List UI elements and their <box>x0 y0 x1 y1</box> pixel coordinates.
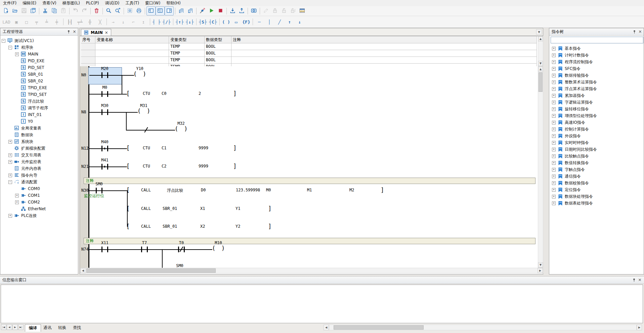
menu-item-window[interactable]: 窗口(W) <box>142 0 163 6</box>
instruction-item-datetime-compare[interactable]: +日期时间比较指令 <box>552 146 597 153</box>
set-coil-button[interactable]: ┤S├ <box>198 18 208 26</box>
ladder-text[interactable]: [ <box>126 90 130 97</box>
down-wire-button[interactable]: ↓ <box>295 18 305 26</box>
expand-icon[interactable]: + <box>552 154 556 158</box>
ladder-coil[interactable]: Y10() <box>125 66 155 80</box>
instruction-item-basic[interactable]: +基本指令 <box>552 45 581 52</box>
instruction-search-input[interactable] <box>551 37 643 43</box>
ladder-text[interactable]: 9999 <box>199 164 208 169</box>
sidebar-item-global-variable-table[interactable]: 全局变量表 <box>8 125 41 132</box>
sidebar-item-com1[interactable]: +COM1 <box>15 192 40 199</box>
close-icon[interactable]: × <box>72 29 77 34</box>
ladder-text[interactable]: M1 <box>307 188 312 192</box>
print-button[interactable] <box>134 6 143 15</box>
ladder-text[interactable]: ] <box>233 90 237 97</box>
sidebar-item-element-monitor-table[interactable]: +元件监控表 <box>8 158 41 165</box>
instruction-item-data-check[interactable]: +数据校验指令 <box>552 180 589 186</box>
ladder-text[interactable]: ] <box>268 223 271 230</box>
sidebar-item-y0[interactable]: IY0 <box>15 118 33 125</box>
expand-icon[interactable]: + <box>552 134 556 138</box>
ladder-contact[interactable]: M30 <box>90 103 120 117</box>
expand-icon[interactable]: + <box>552 175 556 178</box>
sidebar-item-comm-config[interactable]: −通讯配置 <box>8 179 37 185</box>
instruction-item-accumulator[interactable]: +累加器指令 <box>552 92 585 99</box>
sidebar-item-pid-set[interactable]: SPID_SET <box>15 64 44 71</box>
instruction-item-compare-contact[interactable]: +比较触点指令 <box>552 153 589 159</box>
tab-close-icon[interactable]: × <box>105 30 108 35</box>
scroll-right-icon[interactable]: ▶ <box>538 268 543 273</box>
ffunction-button[interactable]: {F} <box>241 18 251 26</box>
table-cell-var_type[interactable]: TEMP <box>169 57 205 64</box>
expand-icon[interactable]: + <box>552 127 556 131</box>
expand-icon[interactable]: + <box>552 74 556 77</box>
close-icon[interactable]: × <box>637 278 642 283</box>
delete-button[interactable] <box>92 6 101 15</box>
expand-icon[interactable]: + <box>552 94 556 98</box>
compile-all-button[interactable] <box>186 6 195 15</box>
table-header-comment[interactable]: 注释 <box>231 36 537 43</box>
instruction-item-value-convert[interactable]: +数值转换指令 <box>552 159 589 166</box>
instruction-item-rotate-shift[interactable]: +旋转移位指令 <box>552 106 589 112</box>
ladder-text[interactable]: 浮点比较 <box>167 188 183 193</box>
collapse-icon[interactable]: − <box>8 46 12 49</box>
expand-icon[interactable]: + <box>552 101 556 104</box>
scroll-up-icon[interactable]: ▲ <box>538 36 543 41</box>
copy-button[interactable] <box>50 6 59 15</box>
scrollbar-thumb[interactable] <box>334 325 424 330</box>
ladder-text[interactable]: D0 <box>201 188 206 192</box>
ladder-text[interactable]: SBR_01 <box>163 224 177 229</box>
expand-icon[interactable]: + <box>552 168 556 172</box>
ladder-vertical-scrollbar[interactable]: ▲ ▼ <box>538 66 543 268</box>
instruction-item-word-logic[interactable]: +字逻辑运算指令 <box>552 99 593 106</box>
next-tab-icon[interactable]: ▶ <box>12 324 18 330</box>
ladder-text[interactable]: Y2 <box>235 224 240 229</box>
menu-item-tools[interactable]: 工具(T) <box>122 0 142 6</box>
close-icon[interactable]: × <box>638 29 643 34</box>
ladder-text[interactable]: CTU <box>143 91 150 96</box>
scroll-right-icon[interactable]: ▶ <box>637 325 642 330</box>
ladder-text[interactable]: [ <box>126 145 130 151</box>
menu-item-plc[interactable]: PLC(P) <box>83 0 102 6</box>
select-region-button[interactable] <box>125 6 134 15</box>
scrollbar-thumb[interactable] <box>86 268 216 273</box>
ladder-text[interactable]: C0 <box>162 91 166 96</box>
scroll-down-icon[interactable]: ▼ <box>538 262 543 267</box>
first-tab-icon[interactable]: |◀ <box>1 324 6 330</box>
show-output-panel-button[interactable] <box>156 6 165 15</box>
ladder-text[interactable]: C2 <box>162 164 166 169</box>
expand-icon[interactable]: + <box>552 148 556 151</box>
ladder-text[interactable]: 2 <box>199 91 201 96</box>
ladder-contact[interactable]: M41↑ <box>90 158 120 171</box>
table-cell-data_type[interactable]: BOOL <box>205 50 231 57</box>
sidebar-item-expansion-module-config[interactable]: 扩展模块配置 <box>8 145 45 152</box>
sidebar-item-element-memory-table[interactable]: 元件内存表 <box>8 165 41 172</box>
ladder-text[interactable]: [ <box>126 163 130 170</box>
ladder-text[interactable]: CTU <box>143 164 150 169</box>
sidebar-item-tpid-set[interactable]: STPID_SET <box>15 91 47 98</box>
output-horizontal-scrollbar[interactable] <box>329 325 637 330</box>
ladder-text[interactable]: CALL <box>141 206 151 211</box>
instruction-item-high-speed-io[interactable]: +高速IO指令 <box>552 119 585 126</box>
expand-icon[interactable]: + <box>8 174 12 177</box>
collapse-icon[interactable]: − <box>8 180 12 184</box>
instruction-item-data-transfer[interactable]: +数据传输指令 <box>552 72 589 79</box>
menu-item-ladder[interactable]: 梯形图(L) <box>59 0 83 6</box>
rising-contact-button[interactable]: ┤↑├ <box>175 18 185 26</box>
run-button[interactable] <box>207 6 216 15</box>
table-header-var_type[interactable]: 变量类型 <box>169 36 205 43</box>
ladder-text[interactable]: ] <box>233 163 237 170</box>
ladder-text[interactable]: X1 <box>200 206 205 211</box>
instruction-item-real-time-clock[interactable]: +实时时钟指令 <box>552 139 589 146</box>
show-instruction-panel-button[interactable] <box>165 6 174 15</box>
expand-icon[interactable]: + <box>15 200 19 204</box>
ladder-text[interactable]: X2 <box>200 224 205 229</box>
expand-icon[interactable]: + <box>552 80 556 84</box>
falling-contact-button[interactable]: ┤↓├ <box>185 18 195 26</box>
output-tab-search[interactable]: 查找 <box>69 324 85 331</box>
sidebar-item-sbr-01[interactable]: SSBR_01 <box>15 71 43 78</box>
reset-coil-button[interactable]: ┤C├ <box>208 18 218 26</box>
tab-main[interactable]: M MAIN × <box>81 29 111 36</box>
find-replace-button[interactable] <box>113 6 122 15</box>
expand-icon[interactable]: + <box>552 53 556 57</box>
ladder-coil[interactable]: M31() <box>129 103 159 117</box>
